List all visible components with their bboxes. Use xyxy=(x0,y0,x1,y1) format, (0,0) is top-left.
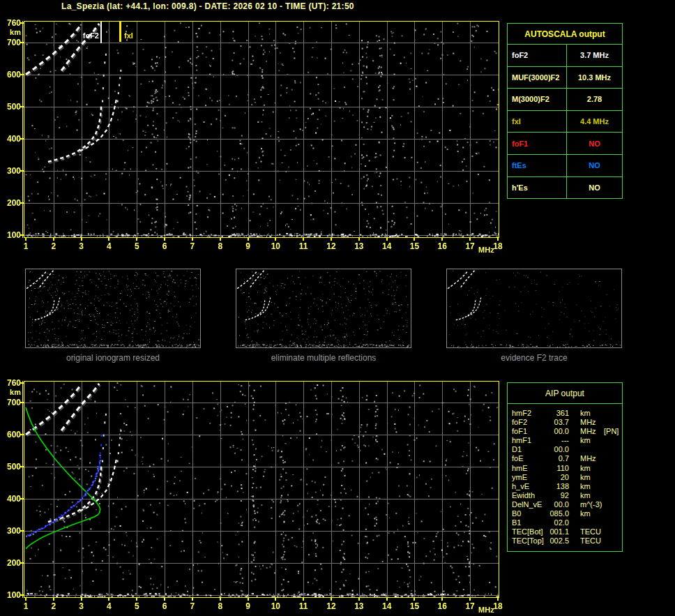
param-unit xyxy=(569,445,601,454)
y-tick-label: 600 xyxy=(1,70,21,79)
param-unit: km xyxy=(569,409,601,418)
table-row: foF1NO xyxy=(508,132,622,154)
y-tick-label: 100 xyxy=(1,231,21,239)
table-row: Ewidth92km xyxy=(512,491,622,500)
top-ionogram-plot xyxy=(20,19,502,245)
x-tick-label: 8 xyxy=(212,602,229,610)
aip-table-header: AIP output xyxy=(508,383,622,404)
param-value: 138 xyxy=(549,482,569,491)
x-tick-label: 16 xyxy=(434,602,450,610)
table-row: h'EsNO xyxy=(508,176,622,199)
x-tick-label: 12 xyxy=(323,242,340,250)
param-note xyxy=(601,518,622,527)
y-tick-label: 400 xyxy=(1,135,21,143)
table-row: M(3000)F22.78 xyxy=(508,88,622,110)
param-label: ftEs xyxy=(508,155,567,176)
table-row: MUF(3000)F210.3 MHz xyxy=(508,66,622,89)
y-tick-label: 300 xyxy=(1,167,21,175)
fof2-marker-label: foF2 xyxy=(70,32,99,40)
param-value: --- xyxy=(549,436,569,445)
x-tick-label: 10 xyxy=(267,602,284,610)
param-note xyxy=(601,436,622,445)
param-value: 03.7 xyxy=(549,418,569,427)
param-note xyxy=(601,482,622,491)
param-note xyxy=(601,491,622,500)
x-tick-label: 4 xyxy=(100,602,117,610)
param-label: TEC[Bot] xyxy=(512,527,549,536)
fxi-marker-label: fxI xyxy=(124,32,133,40)
param-value: 00.0 xyxy=(549,445,569,454)
x-tick-label: 14 xyxy=(379,602,395,610)
param-note xyxy=(601,473,622,482)
param-label: h_vE xyxy=(512,482,549,491)
table-row: foF23.7 MHz xyxy=(508,44,622,66)
param-label: B0 xyxy=(512,509,549,518)
aip-table-rows: hmF2361kmfoF203.7MHzfoF100.0MHz[PN]hmF1-… xyxy=(508,404,622,546)
thumbnail-caption: eliminate multiple reflections xyxy=(236,353,411,363)
param-label: hmF2 xyxy=(512,409,549,418)
param-value: 4.4 MHz xyxy=(567,111,622,133)
table-row: hmF1---km xyxy=(512,436,622,445)
autoscala-output-table: AUTOSCALA output foF23.7 MHzMUF(3000)F21… xyxy=(507,23,623,199)
param-unit: km xyxy=(569,491,601,500)
table-row: TEC[Bot]001.1TECU xyxy=(512,527,622,536)
y-tick-label: 700 xyxy=(1,398,21,407)
param-label: foF2 xyxy=(512,418,549,427)
x-tick-label: 17 xyxy=(462,242,478,250)
y-tick-label: 400 xyxy=(1,495,21,503)
param-label: h'Es xyxy=(508,177,567,199)
x-tick-label: 9 xyxy=(240,602,257,610)
y-tick-label: 500 xyxy=(1,103,21,111)
x-tick-label: 3 xyxy=(73,242,90,250)
table-row: DelN_vE00.0m^(-3) xyxy=(512,500,622,509)
x-tick-label: 8 xyxy=(212,242,229,250)
param-label: hmE xyxy=(512,464,549,473)
param-label: MUF(3000)F2 xyxy=(508,67,567,89)
y-tick-label: 600 xyxy=(1,430,21,439)
x-tick-label: 15 xyxy=(406,242,423,250)
aip-output-table: AIP output hmF2361kmfoF203.7MHzfoF100.0M… xyxy=(507,382,623,552)
param-note xyxy=(601,500,622,509)
table-row: D100.0 xyxy=(512,445,622,454)
param-value: 2.78 xyxy=(567,89,622,110)
table-row: foE0.7MHz xyxy=(512,454,622,463)
param-label: M(3000)F2 xyxy=(508,89,567,110)
x-tick-label: 2 xyxy=(45,602,62,610)
param-unit: km xyxy=(569,482,601,491)
param-unit xyxy=(569,518,601,527)
thumbnail-caption: evidence F2 trace xyxy=(446,353,622,363)
param-label: D1 xyxy=(512,445,549,454)
y-tick-label: 760 xyxy=(1,379,21,387)
param-unit: MHz xyxy=(569,427,601,436)
thumbnail-eliminate-reflections xyxy=(236,269,411,348)
x-tick-label: 3 xyxy=(73,602,90,610)
x-tick-label: 11 xyxy=(295,242,312,250)
table-row: hmF2361km xyxy=(512,409,622,418)
param-label: foF1 xyxy=(508,133,567,154)
x-axis-unit: MHz xyxy=(478,246,494,254)
autoscala-output-screen: { "title": "La_Spezia (lat: +44.1, lon: … xyxy=(0,0,675,616)
table-row: ftEsNO xyxy=(508,154,622,176)
x-tick-label: 17 xyxy=(462,602,478,610)
x-tick-label: 15 xyxy=(406,602,423,610)
param-value: 361 xyxy=(549,409,569,418)
param-note xyxy=(601,527,622,536)
bottom-ionogram-plot xyxy=(20,379,502,605)
param-value: 001.1 xyxy=(549,527,569,536)
param-unit: km xyxy=(569,464,601,473)
x-tick-label: 16 xyxy=(434,242,450,250)
x-tick-label: 11 xyxy=(295,602,312,610)
page-title: La_Spezia (lat: +44.1, lon: 009.8) - DAT… xyxy=(61,1,354,11)
x-tick-label: 1 xyxy=(17,242,34,250)
param-note: [PN] xyxy=(601,427,622,436)
thumbnail-evidence-f2-trace xyxy=(446,269,622,348)
table-row: foF100.0MHz[PN] xyxy=(512,427,622,436)
param-value: 085.0 xyxy=(549,509,569,518)
x-tick-label: 9 xyxy=(240,242,257,250)
param-label: foF2 xyxy=(508,45,567,66)
param-value: 02.0 xyxy=(549,518,569,527)
table-row: TEC[Top]002.5TECU xyxy=(512,536,622,546)
param-note xyxy=(601,418,622,427)
param-value: 20 xyxy=(549,473,569,482)
y-tick-label: 200 xyxy=(1,199,21,207)
